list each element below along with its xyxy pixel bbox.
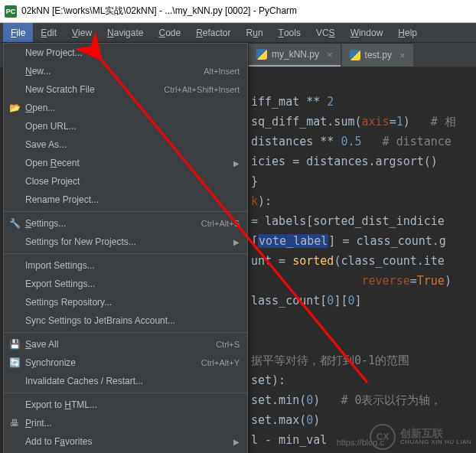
menu-item-new-scratch-file[interactable]: New Scratch FileCtrl+Alt+Shift+Insert [4, 80, 247, 99]
menu-item-open-recent[interactable]: Open Recent▶ [4, 154, 247, 172]
menu-separator [4, 332, 247, 333]
menu-item-new[interactable]: New...Alt+Insert [4, 62, 247, 80]
menubar-item-file[interactable]: File [3, 23, 33, 42]
menu-item-label: Open URL... [25, 121, 240, 132]
menu-item-synchronize[interactable]: 🔄SynchronizeCtrl+Alt+Y [4, 354, 247, 372]
menu-item-shortcut: Ctrl+Alt+Y [201, 358, 240, 367]
menu-item-open[interactable]: 📂Open... [4, 99, 247, 117]
menu-item-import-settings[interactable]: Import Settings... [4, 256, 247, 275]
menu-item-save-as[interactable]: Save As... [4, 135, 247, 154]
chevron-right-icon: ▶ [233, 238, 240, 246]
menu-item-label: Invalidate Caches / Restart... [25, 376, 240, 386]
menu-item-label: New Scratch File [25, 84, 164, 95]
menu-item-label: New... [25, 66, 204, 77]
app-icon: PC [5, 5, 17, 18]
file-menu-dropdown: New Project...New...Alt+InsertNew Scratc… [3, 43, 248, 453]
menu-item-settings-for-new-projects[interactable]: Settings for New Projects...▶ [4, 233, 247, 251]
menu-item-label: Save As... [25, 139, 240, 150]
save-icon: 💾 [8, 338, 21, 350]
menu-item-invalidate-caches-restart[interactable]: Invalidate Caches / Restart... [4, 372, 247, 390]
menu-item-save-all[interactable]: 💾Save AllCtrl+S [4, 335, 247, 354]
watermark-en: CHUANG XIN HU LIAN [400, 439, 471, 446]
menubar-item-window[interactable]: Window [343, 23, 391, 42]
tab-label: test.py [365, 50, 392, 60]
editor-tab[interactable]: test.py× [342, 43, 413, 67]
menu-item-add-to-favorites[interactable]: Add to Favorites▶ [4, 432, 247, 451]
menubar-item-run[interactable]: Run [239, 23, 271, 42]
menubar-item-vcs[interactable]: VCS [308, 23, 343, 42]
watermark-logo-icon: CX [370, 424, 396, 450]
menu-item-label: New Project... [25, 47, 240, 58]
menu-item-label: Save All [25, 339, 216, 350]
menu-item-label: Close Project [25, 176, 240, 187]
menu-item-label: Export Settings... [25, 279, 240, 289]
menu-item-label: Settings Repository... [25, 297, 240, 308]
menubar: FileEditViewNavigateCodeRefactorRunTools… [0, 23, 476, 43]
menu-item-shortcut: Ctrl+Alt+S [201, 219, 240, 228]
chevron-right-icon: ▶ [233, 159, 240, 168]
python-file-icon [256, 49, 267, 60]
menu-item-settings-repository[interactable]: Settings Repository... [4, 293, 247, 311]
sync-icon: 🔄 [8, 357, 21, 369]
menu-separator [4, 211, 247, 212]
close-icon[interactable]: × [399, 50, 406, 61]
menubar-item-help[interactable]: Help [390, 23, 425, 42]
watermark: CX 创新互联 CHUANG XIN HU LIAN [370, 424, 471, 450]
menubar-item-code[interactable]: Code [151, 23, 188, 42]
tab-label: my_kNN.py [272, 49, 319, 60]
menu-item-label: Export to HTML... [25, 399, 240, 410]
menubar-item-navigate[interactable]: Navigate [99, 23, 151, 42]
menu-item-label: Open Recent [25, 158, 229, 168]
chevron-right-icon: ▶ [233, 438, 240, 446]
menu-item-label: Settings for New Projects... [25, 236, 229, 247]
wrench-icon: 🔧 [8, 217, 21, 230]
menu-item-export-settings[interactable]: Export Settings... [4, 275, 247, 293]
menu-item-shortcut: Ctrl+Alt+Shift+Insert [164, 85, 240, 94]
menubar-item-tools[interactable]: Tools [271, 23, 308, 42]
menu-item-export-to-html[interactable]: Export to HTML... [4, 396, 247, 414]
menu-item-new-project[interactable]: New Project... [4, 44, 247, 62]
menu-item-label: Synchronize [25, 357, 201, 368]
menu-item-print[interactable]: 🖶Print... [4, 414, 247, 432]
print-icon: 🖶 [8, 417, 21, 429]
menu-item-label: Open... [25, 103, 240, 113]
menu-item-label: Add to Favorites [25, 436, 229, 447]
menu-item-label: Rename Project... [25, 194, 240, 205]
menu-item-label: Sync Settings to JetBrains Account... [25, 315, 240, 326]
menu-item-shortcut: Ctrl+S [216, 340, 240, 349]
menu-separator [4, 393, 247, 393]
menu-separator [4, 253, 247, 254]
menu-item-settings[interactable]: 🔧Settings...Ctrl+Alt+S [4, 214, 247, 233]
window-titlebar: PC 02kNN [E:\works\ML实战\02kNN] - ...\my_… [0, 0, 476, 23]
menu-item-shortcut: Alt+Insert [204, 67, 240, 76]
menu-item-close-project[interactable]: Close Project [4, 172, 247, 191]
folder-open-icon: 📂 [8, 102, 21, 114]
menu-item-rename-project[interactable]: Rename Project... [4, 191, 247, 209]
close-icon[interactable]: × [327, 49, 333, 60]
watermark-cn: 创新互联 [400, 428, 471, 439]
menu-item-sync-settings-to-jetbrains-account[interactable]: Sync Settings to JetBrains Account... [4, 311, 247, 330]
window-title: 02kNN [E:\works\ML实战\02kNN] - ...\my_kNN… [21, 5, 297, 18]
menubar-item-refactor[interactable]: Refactor [188, 23, 238, 42]
menubar-item-edit[interactable]: Edit [33, 23, 64, 42]
python-file-icon [350, 50, 360, 60]
menu-item-label: Settings... [25, 218, 201, 229]
editor-tab[interactable]: my_kNN.py× [249, 43, 341, 67]
menubar-item-view[interactable]: View [64, 23, 99, 42]
menu-item-label: Print... [25, 418, 240, 429]
menu-item-label: Import Settings... [25, 260, 240, 271]
menu-item-open-url[interactable]: Open URL... [4, 117, 247, 135]
